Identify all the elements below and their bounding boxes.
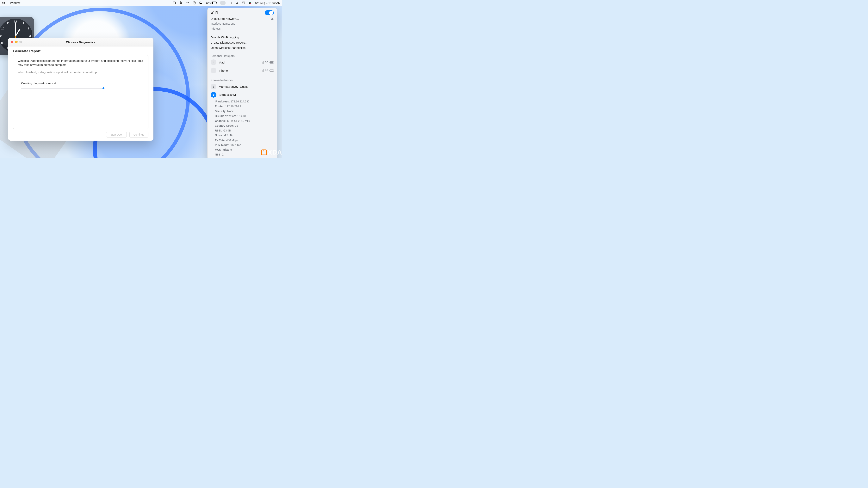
airpods-icon[interactable] xyxy=(186,1,189,5)
progress-label: Creating diagnostics report... xyxy=(21,81,144,86)
do-not-disturb-icon[interactable] xyxy=(199,1,203,5)
xda-logo-icon xyxy=(261,150,267,155)
svg-point-16 xyxy=(244,3,245,4)
detail-row: Router: 172.16.224.1 xyxy=(215,104,274,109)
window-titlebar[interactable]: Wireless Diagnostics xyxy=(8,38,153,46)
svg-rect-9 xyxy=(212,2,213,4)
minimize-window-button[interactable] xyxy=(15,41,18,43)
open-wireless-diagnostics[interactable]: Open Wireless Diagnostics… xyxy=(208,45,277,51)
detail-row: Channel: 52 (5 GHz, 40 MHz) xyxy=(215,119,274,123)
hotspot-battery-icon xyxy=(270,61,274,64)
disable-wifi-logging[interactable]: Disable Wi-Fi Logging xyxy=(208,35,277,40)
zoom-window-button[interactable] xyxy=(19,41,22,43)
wifi-menubar-icon[interactable] xyxy=(220,1,225,5)
wifi-toggle[interactable] xyxy=(265,10,274,15)
personal-hotspots-header: Personal Hotspots xyxy=(208,54,277,58)
detail-row: Country Code: US xyxy=(215,123,274,128)
unsecured-network-label[interactable]: Unsecured Network… xyxy=(211,17,239,21)
create-diagnostics-report[interactable]: Create Diagnostics Report… xyxy=(208,40,277,45)
siri-icon[interactable] xyxy=(248,1,252,5)
xda-text: XDA xyxy=(268,149,282,156)
menubar-clock[interactable]: Sat Aug 3 11:00 AM xyxy=(255,1,281,4)
spotlight-icon[interactable] xyxy=(235,1,239,5)
network-name: Starbucks WiFi xyxy=(219,93,274,96)
section-heading: Generate Report xyxy=(13,49,148,53)
continue-button[interactable]: Continue xyxy=(129,132,148,137)
wireless-diagnostics-window: Wireless Diagnostics Generate Report Wir… xyxy=(8,38,153,140)
menubar: dit Window 19% xyxy=(0,0,282,6)
svg-rect-11 xyxy=(229,2,232,4)
warning-icon xyxy=(271,18,274,20)
detail-row: Noise: -92 dBm xyxy=(215,133,274,138)
menu-item-edit[interactable]: dit xyxy=(2,1,5,4)
hotspot-band: 5G xyxy=(265,69,268,72)
report-panel: Wireless Diagnostics is gathering inform… xyxy=(13,55,148,129)
network-name: MarriottBonvoy_Guest xyxy=(219,85,274,88)
window-title: Wireless Diagnostics xyxy=(66,40,95,44)
control-center-icon[interactable] xyxy=(242,1,245,5)
signal-icon xyxy=(261,61,264,64)
progress-bar xyxy=(21,88,104,89)
hotspot-item[interactable]: iPhone 5G xyxy=(208,66,277,74)
svg-point-1 xyxy=(174,2,174,2)
known-network-item-active[interactable]: Starbucks WiFi xyxy=(208,91,277,99)
detail-row: Tx Rate: 400 Mbps xyxy=(215,138,274,143)
stage-manager-icon[interactable] xyxy=(173,1,176,5)
attachment-icon[interactable] xyxy=(179,1,183,5)
detail-row: PHY Mode: 802.11ac xyxy=(215,143,274,148)
wifi-title: Wi-Fi xyxy=(211,11,218,14)
svg-rect-13 xyxy=(242,2,245,3)
known-networks-header: Known Networks xyxy=(208,78,277,83)
wifi-icon xyxy=(211,84,216,90)
known-network-item[interactable]: MarriottBonvoy_Guest xyxy=(208,83,277,91)
svg-rect-0 xyxy=(173,2,176,4)
detail-row: Security: None xyxy=(215,109,274,114)
battery-status[interactable]: 19% xyxy=(206,1,217,4)
address-row: Address: xyxy=(211,27,221,31)
hotspot-band: 5G xyxy=(265,61,268,64)
svg-rect-5 xyxy=(188,2,188,4)
xda-watermark: XDA xyxy=(261,149,282,156)
play-icon[interactable] xyxy=(192,1,196,5)
hotspot-battery-icon xyxy=(270,69,274,72)
close-window-button[interactable] xyxy=(11,41,13,43)
hotspot-name: iPad xyxy=(219,61,258,64)
interface-row: Interface Name: en0 xyxy=(211,22,235,26)
wifi-menu-panel: Wi-Fi Unsecured Network… Interface Name:… xyxy=(207,8,277,158)
svg-point-14 xyxy=(243,2,243,2)
svg-point-20 xyxy=(213,87,214,88)
start-over-button[interactable]: Start Over xyxy=(106,132,127,137)
detail-row: BSSID: e2:cb:ac:91:8e:b1 xyxy=(215,114,274,119)
wifi-icon xyxy=(211,92,216,98)
hotspot-item[interactable]: iPad 5G xyxy=(208,58,277,66)
hotspot-icon xyxy=(211,68,216,73)
svg-rect-8 xyxy=(216,2,217,3)
hotspot-name: iPhone xyxy=(219,69,258,72)
hotspot-icon xyxy=(211,60,216,65)
panel-text-1: Wireless Diagnostics is gathering inform… xyxy=(18,59,144,67)
panel-text-2: When finished, a diagnostics report will… xyxy=(18,70,144,74)
menu-item-window[interactable]: Window xyxy=(10,1,20,4)
svg-point-21 xyxy=(213,95,214,96)
signal-icon xyxy=(261,69,264,72)
battery-percent-label: 19% xyxy=(206,1,211,4)
keyboard-input-icon[interactable] xyxy=(228,1,232,5)
svg-rect-15 xyxy=(242,3,245,4)
svg-point-12 xyxy=(236,2,238,3)
detail-row: RSSI: -53 dBm xyxy=(215,128,274,133)
detail-row: IP Address: 172.16.224.230 xyxy=(215,99,274,104)
svg-rect-3 xyxy=(187,2,187,4)
